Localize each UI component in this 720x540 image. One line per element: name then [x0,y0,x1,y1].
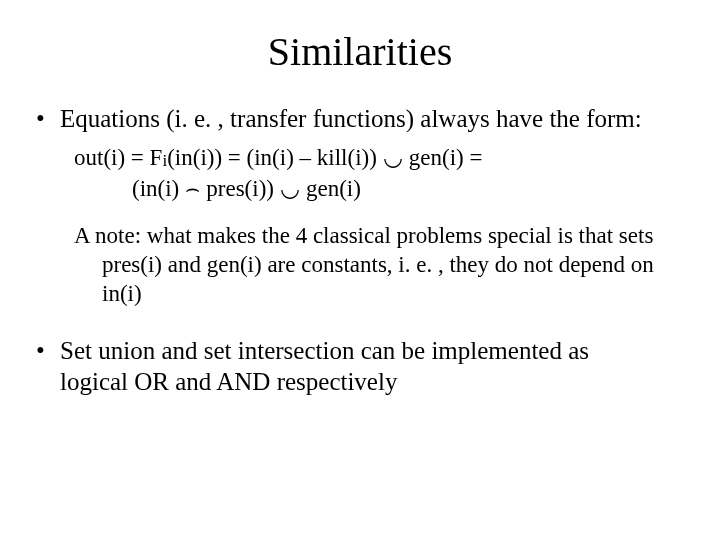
note-line-2: pres(i) and gen(i) are constants, i. e. … [74,251,684,309]
note-block: A note: what makes the 4 classical probl… [74,222,684,308]
eq1-part-b: (in(i)) = (in(i) – kill(i)) [167,142,377,173]
note-line-1: A note: what makes the 4 classical probl… [74,222,684,251]
eq2-part-a: (in(i) [132,173,179,204]
slide-title: Similarities [36,28,684,75]
equation-block: out(i) = Fi(in(i)) = (in(i) – kill(i)) ◡… [74,142,684,204]
bullet-equations-text: Equations (i. e. , transfer functions) a… [60,105,642,132]
bullet-list-2: Set union and set intersection can be im… [36,335,684,398]
eq2-part-b: pres(i)) [206,173,274,204]
union-symbol-1: ◡ [377,142,409,173]
bullet-list: Equations (i. e. , transfer functions) a… [36,103,684,134]
eq1-subscript-i: i [162,149,167,172]
eq1-part-c: gen(i) = [409,142,483,173]
eq1-part-a: out(i) = F [74,142,162,173]
bullet-set-ops-line1: Set union and set intersection can be im… [60,337,589,364]
slide: Similarities Equations (i. e. , transfer… [0,0,720,540]
eq2-part-c: gen(i) [306,173,361,204]
equation-line-2: (in(i) ⌢ pres(i)) ◡ gen(i) [132,173,684,204]
bullet-equations: Equations (i. e. , transfer functions) a… [36,103,684,134]
intersection-symbol: ⌢ [179,173,206,204]
bullet-set-ops: Set union and set intersection can be im… [36,335,684,398]
equation-line-1: out(i) = Fi(in(i)) = (in(i) – kill(i)) ◡… [74,142,684,173]
union-symbol-2: ◡ [274,173,306,204]
bullet-set-ops-line2: logical OR and AND respectively [60,368,397,395]
